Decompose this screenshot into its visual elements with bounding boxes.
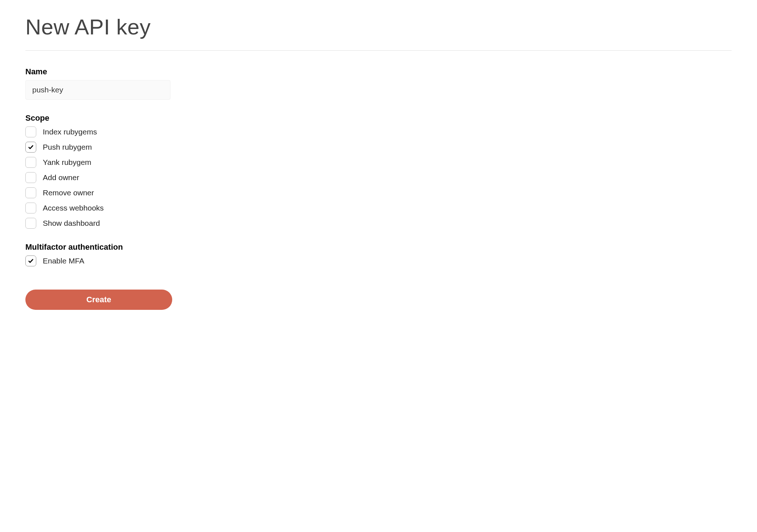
mfa-section: Multifactor authentication Enable MFA <box>25 242 732 266</box>
name-input[interactable] <box>25 80 170 100</box>
checkbox-push-rubygem[interactable] <box>25 142 36 153</box>
checkbox-label-add-owner[interactable]: Add owner <box>43 173 79 182</box>
checkbox-label-remove-owner[interactable]: Remove owner <box>43 188 94 197</box>
checkbox-index-rubygems[interactable] <box>25 126 36 137</box>
checkbox-row-enable-mfa: Enable MFA <box>25 255 732 266</box>
checkbox-remove-owner[interactable] <box>25 187 36 198</box>
create-button[interactable]: Create <box>25 290 172 310</box>
scope-label: Scope <box>25 113 732 123</box>
page-title: New API key <box>25 14 732 40</box>
name-label: Name <box>25 67 732 76</box>
checkbox-row-show-dashboard: Show dashboard <box>25 218 732 229</box>
checkbox-row-add-owner: Add owner <box>25 172 732 183</box>
checkbox-label-index-rubygems[interactable]: Index rubygems <box>43 128 97 136</box>
scope-checkbox-list: Index rubygemsPush rubygemYank rubygemAd… <box>25 126 732 229</box>
checkbox-row-yank-rubygem: Yank rubygem <box>25 157 732 168</box>
checkbox-row-index-rubygems: Index rubygems <box>25 126 732 137</box>
checkbox-label-enable-mfa[interactable]: Enable MFA <box>43 257 84 265</box>
mfa-label: Multifactor authentication <box>25 242 732 252</box>
scope-section: Scope Index rubygemsPush rubygemYank rub… <box>25 113 732 229</box>
checkbox-label-push-rubygem[interactable]: Push rubygem <box>43 143 92 151</box>
checkbox-yank-rubygem[interactable] <box>25 157 36 168</box>
name-section: Name <box>25 67 732 100</box>
checkbox-label-show-dashboard[interactable]: Show dashboard <box>43 219 100 228</box>
divider <box>25 50 732 51</box>
checkbox-show-dashboard[interactable] <box>25 218 36 229</box>
checkbox-row-push-rubygem: Push rubygem <box>25 142 732 153</box>
checkbox-row-remove-owner: Remove owner <box>25 187 732 198</box>
mfa-checkbox-list: Enable MFA <box>25 255 732 266</box>
checkbox-row-access-webhooks: Access webhooks <box>25 203 732 213</box>
checkbox-access-webhooks[interactable] <box>25 203 36 213</box>
checkbox-enable-mfa[interactable] <box>25 255 36 266</box>
checkbox-add-owner[interactable] <box>25 172 36 183</box>
checkbox-label-yank-rubygem[interactable]: Yank rubygem <box>43 158 91 167</box>
checkbox-label-access-webhooks[interactable]: Access webhooks <box>43 204 104 212</box>
